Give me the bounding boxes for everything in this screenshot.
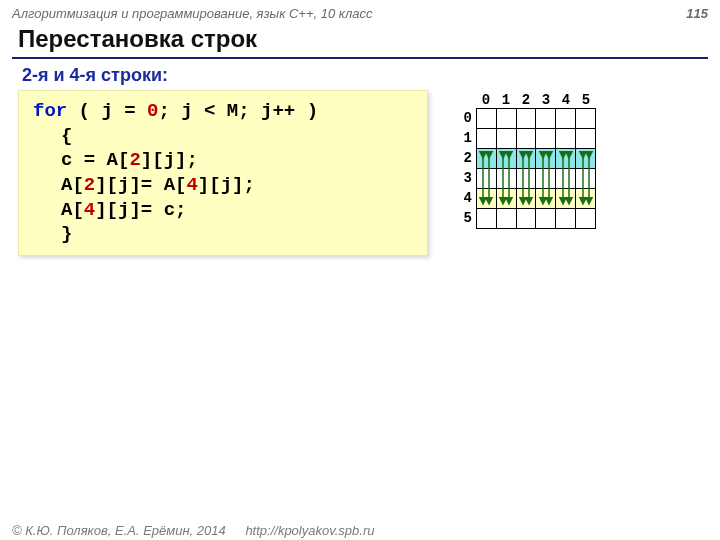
- page-number: 115: [686, 6, 708, 21]
- matrix-diagram: 0 1 2 3 4 5 0 1 2 3 4 5: [458, 92, 596, 228]
- title-divider: [12, 57, 708, 59]
- code-line-1: for ( j = 0; j < M; j++ ): [33, 99, 413, 124]
- footer-url: http://kpolyakov.spb.ru: [245, 523, 374, 538]
- copyright: © К.Ю. Поляков, Е.А. Ерёмин, 2014: [12, 523, 226, 538]
- code-line-6: }: [33, 222, 413, 247]
- top-bar: Алгоритмизация и программирование, язык …: [0, 0, 720, 23]
- grid-cells: [476, 108, 596, 228]
- code-block: for ( j = 0; j < M; j++ ) { c = A[2][j];…: [18, 90, 428, 256]
- code-line-2: {: [33, 124, 413, 149]
- footer: © К.Ю. Поляков, Е.А. Ерёмин, 2014 http:/…: [12, 523, 374, 538]
- grid-row-labels: 0 1 2 3 4 5: [458, 108, 472, 228]
- page-title: Перестановка строк: [18, 23, 720, 57]
- subtitle: 2-я и 4-я строки:: [22, 65, 720, 86]
- code-line-5: A[4][j]= c;: [33, 198, 413, 223]
- course-label: Алгоритмизация и программирование, язык …: [12, 6, 372, 21]
- content-row: for ( j = 0; j < M; j++ ) { c = A[2][j];…: [0, 90, 720, 256]
- code-line-4: A[2][j]= A[4][j];: [33, 173, 413, 198]
- grid-col-labels: 0 1 2 3 4 5: [476, 92, 596, 108]
- code-line-3: c = A[2][j];: [33, 148, 413, 173]
